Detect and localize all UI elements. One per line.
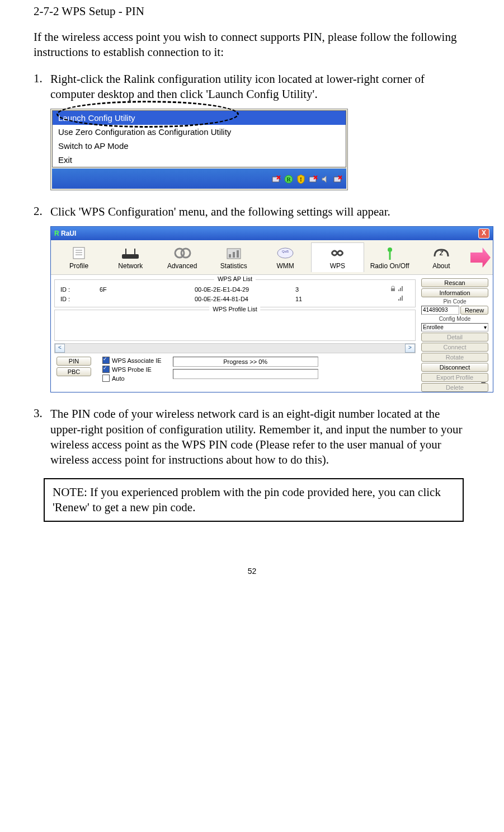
svg-text:QoS: QoS bbox=[282, 250, 289, 253]
tab-about-label: About bbox=[432, 262, 450, 270]
menu-item-zeroconfig[interactable]: Use Zero Configuration as Configuration … bbox=[53, 125, 346, 139]
wps-associate-checkbox[interactable]: WPS Associate IE bbox=[102, 357, 162, 364]
ap-row[interactable]: ID : 00-0E-2E-44-81-D4 11 bbox=[58, 294, 412, 303]
wps-associate-label: WPS Associate IE bbox=[112, 357, 162, 364]
menu-item-exit[interactable]: Exit bbox=[53, 153, 346, 167]
tab-profile[interactable]: Profile bbox=[53, 243, 105, 272]
window-title: RaUI bbox=[61, 230, 76, 237]
information-button[interactable]: Information bbox=[421, 288, 488, 297]
ap-bssid: 00-0E-2E-E1-D4-29 bbox=[195, 286, 295, 293]
step-body-2: Click 'WPS Configuration' menu, and the … bbox=[50, 204, 470, 219]
svg-rect-12 bbox=[73, 247, 84, 259]
expand-arrow-icon[interactable] bbox=[470, 247, 491, 268]
ap-channel: 11 bbox=[295, 296, 323, 302]
ap-ssid: 6F bbox=[100, 286, 195, 293]
tab-profile-label: Profile bbox=[69, 262, 88, 270]
wps-ap-list-group: WPS AP List ID : 6F 00-0E-2E-E1-D4-29 3 … bbox=[54, 279, 416, 307]
disconnect-button[interactable]: Disconnect bbox=[421, 363, 488, 372]
about-icon: Z bbox=[431, 245, 451, 261]
delete-button: Delete bbox=[421, 383, 488, 392]
note-box: NOTE: If you experienced problem with th… bbox=[44, 478, 464, 522]
svg-rect-22 bbox=[229, 254, 231, 258]
svg-point-27 bbox=[388, 247, 392, 252]
ap-id-label: ID : bbox=[60, 286, 100, 293]
renew-button[interactable]: Renew bbox=[460, 306, 488, 315]
wmm-icon: QoS bbox=[275, 245, 295, 261]
tab-radio-label: Radio On/Off bbox=[370, 262, 409, 270]
window-titlebar: R RaUI X bbox=[51, 227, 493, 240]
signal-icon bbox=[398, 286, 404, 292]
menu-item-launch[interactable]: Launch Config Utility bbox=[53, 111, 346, 125]
tab-wmm-label: WMM bbox=[276, 262, 294, 270]
connect-button: Connect bbox=[421, 343, 488, 352]
svg-rect-33 bbox=[402, 286, 403, 291]
side-panel: Rescan Information Pin Code 41489093 Ren… bbox=[421, 278, 488, 392]
tray-shield-warning-icon: ! bbox=[296, 174, 306, 184]
wps-profile-list-group: WPS Profile List bbox=[54, 310, 416, 341]
checkbox-icon bbox=[102, 357, 110, 364]
context-menu: Launch Config Utility Use Zero Configura… bbox=[52, 110, 346, 167]
scroll-left-button[interactable]: < bbox=[55, 344, 65, 353]
step-number-2: 2. bbox=[34, 204, 50, 219]
page-number: 52 bbox=[34, 567, 470, 576]
rotate-button: Rotate bbox=[421, 353, 488, 362]
pin-code-field[interactable]: 41489093 bbox=[421, 306, 459, 315]
system-tray: R ! bbox=[52, 169, 346, 189]
profile-icon bbox=[69, 245, 89, 261]
tab-wps-label: WPS bbox=[330, 262, 345, 270]
rescan-button[interactable]: Rescan bbox=[421, 278, 488, 287]
wps-probe-label: WPS Probe IE bbox=[112, 366, 152, 373]
tray-ralink-icon[interactable]: R bbox=[284, 174, 294, 184]
auto-label: Auto bbox=[112, 375, 125, 382]
statistics-icon bbox=[224, 245, 244, 261]
section-title: 2-7-2 WPS Setup - PIN bbox=[34, 4, 470, 18]
tray-network-x-icon bbox=[271, 174, 281, 184]
ap-bssid: 00-0E-2E-44-81-D4 bbox=[195, 296, 295, 302]
wps-ap-list-label: WPS AP List bbox=[214, 275, 256, 282]
step-body-3: The PIN code of your wireless network ca… bbox=[50, 406, 470, 468]
tab-wmm[interactable]: QoS WMM bbox=[260, 243, 311, 272]
tab-network-label: Network bbox=[118, 262, 143, 270]
svg-rect-16 bbox=[122, 254, 139, 259]
ap-channel: 3 bbox=[295, 286, 323, 293]
close-button[interactable]: X bbox=[478, 228, 489, 239]
ap-id-label: ID : bbox=[60, 296, 100, 302]
pin-button[interactable]: PIN bbox=[56, 357, 91, 366]
wps-profile-list-label: WPS Profile List bbox=[209, 306, 260, 312]
svg-rect-24 bbox=[237, 250, 239, 258]
tab-about[interactable]: Z About bbox=[416, 243, 467, 272]
wps-probe-checkbox[interactable]: WPS Probe IE bbox=[102, 366, 162, 373]
step-number-3: 3. bbox=[34, 406, 50, 468]
network-icon bbox=[120, 245, 140, 261]
scroll-right-button[interactable]: > bbox=[405, 344, 415, 353]
intro-paragraph: If the wireless access point you wish to… bbox=[34, 30, 470, 60]
svg-rect-30 bbox=[391, 288, 395, 291]
svg-rect-36 bbox=[402, 296, 403, 301]
tab-statistics[interactable]: Statistics bbox=[208, 243, 260, 272]
pbc-button[interactable]: PBC bbox=[56, 367, 91, 376]
menu-item-switch-ap[interactable]: Switch to AP Mode bbox=[53, 139, 346, 153]
svg-rect-31 bbox=[398, 289, 399, 291]
tab-network[interactable]: Network bbox=[105, 243, 156, 272]
ap-row[interactable]: ID : 6F 00-0E-2E-E1-D4-29 3 bbox=[58, 284, 412, 294]
tab-advanced[interactable]: Advanced bbox=[157, 243, 208, 272]
tab-wps[interactable]: WPS bbox=[311, 242, 364, 272]
tab-advanced-label: Advanced bbox=[167, 262, 197, 270]
config-mode-select[interactable]: Enrollee ▾ bbox=[421, 323, 488, 331]
svg-rect-35 bbox=[400, 297, 401, 301]
dropdown-icon: ▾ bbox=[484, 324, 487, 330]
svg-point-20 bbox=[181, 249, 190, 258]
signal-icon bbox=[398, 295, 404, 301]
tab-radio[interactable]: Radio On/Off bbox=[364, 243, 416, 272]
horizontal-scrollbar[interactable]: < > bbox=[54, 343, 416, 353]
step-number-1: 1. bbox=[34, 72, 50, 102]
checkbox-icon bbox=[102, 375, 110, 382]
radio-icon bbox=[380, 245, 400, 261]
config-mode-label: Config Mode bbox=[421, 316, 488, 322]
auto-checkbox[interactable]: Auto bbox=[102, 375, 162, 382]
checkbox-icon bbox=[102, 366, 110, 373]
tab-statistics-label: Statistics bbox=[220, 262, 247, 270]
svg-text:R: R bbox=[286, 176, 291, 183]
context-menu-figure: Launch Config Utility Use Zero Configura… bbox=[50, 109, 470, 190]
app-icon: R bbox=[54, 230, 59, 237]
